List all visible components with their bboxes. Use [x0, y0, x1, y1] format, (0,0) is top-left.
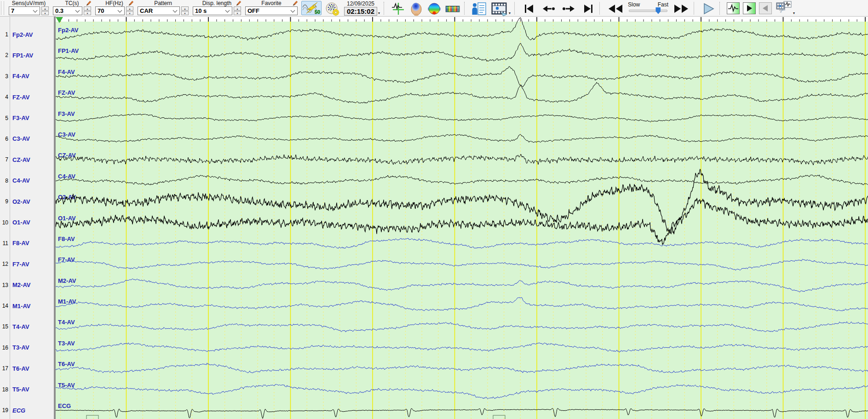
patient-info-button[interactable] — [471, 1, 487, 16]
notch-filter-button[interactable]: 50 — [301, 1, 322, 15]
tc-combo[interactable]: 0.3 — [53, 6, 82, 15]
eeg-trace — [56, 259, 868, 270]
channel-row[interactable]: 2FP1-AV — [0, 51, 54, 59]
pattern-combo[interactable]: CAR — [138, 6, 180, 15]
pattern-spin-down-button[interactable]: ▼ — [181, 11, 189, 15]
back-button[interactable] — [759, 2, 772, 14]
video-button[interactable] — [490, 1, 508, 16]
topo-map-button[interactable] — [427, 1, 442, 16]
chevron-down-icon — [173, 8, 178, 12]
speed-slider[interactable]: Slow Fast — [627, 1, 669, 15]
resume-review-button[interactable] — [743, 2, 756, 14]
channel-row[interactable]: 16T3-AV — [0, 344, 54, 352]
eeg-trace-area[interactable]: Fp2-AVFP1-AVF4-AVFZ-AVF3-AVC3-AVCZ-AVC4-… — [56, 17, 868, 419]
waveform-marker-button[interactable] — [391, 2, 406, 16]
monitor-mode-button[interactable] — [727, 2, 740, 14]
tc-spin-up-button[interactable]: ▲ — [84, 6, 91, 11]
edit-pencil-icon[interactable] — [86, 0, 92, 6]
favorite-value: OFF — [247, 7, 259, 14]
play-button[interactable] — [701, 2, 716, 15]
favorite-label: Favorite — [261, 0, 281, 6]
channel-row[interactable]: 1Fp2-AV — [0, 30, 54, 39]
channel-number: 11 — [0, 240, 8, 247]
clip-overflow-arrow-icon[interactable]: ▾ — [793, 11, 795, 15]
step-forward-button[interactable] — [560, 3, 577, 15]
tc-spin-down-button[interactable]: ▼ — [84, 11, 91, 15]
channel-number: 7 — [0, 156, 8, 163]
tc-label: TC(s) — [65, 0, 79, 6]
channel-number: 17 — [0, 365, 8, 372]
channel-row[interactable]: 5F3-AV — [0, 114, 54, 122]
edit-pencil-icon[interactable] — [293, 0, 298, 6]
disp-spin-down-button[interactable]: ▼ — [234, 11, 241, 15]
channel-row[interactable]: 4FZ-AV — [0, 93, 54, 101]
channel-row[interactable]: 19ECG — [0, 406, 54, 414]
montage-settings-button[interactable] — [325, 1, 340, 16]
play-icon — [701, 2, 716, 15]
go-to-start-button[interactable] — [522, 3, 537, 15]
sens-spinner: ▲ ▼ — [41, 6, 49, 15]
go-to-end-button[interactable] — [580, 3, 596, 15]
go-to-start-icon — [522, 3, 537, 15]
sens-spin-up-button[interactable]: ▲ — [41, 6, 49, 11]
hf-group: HF(Hz) 70 ▲ ▼ — [95, 0, 133, 15]
channel-row[interactable]: 9O2-AV — [0, 197, 54, 206]
eeg-trace — [56, 175, 868, 185]
small-play-icon — [744, 4, 755, 13]
monitor-waveform-icon — [728, 4, 739, 13]
step-back-button[interactable] — [540, 3, 557, 15]
datetime-overflow-arrow-icon[interactable]: ▾ — [378, 11, 380, 15]
dsa-spectrogram-icon — [445, 2, 460, 16]
hf-combo[interactable]: 70 — [95, 6, 125, 15]
channel-row[interactable]: 7CZ-AV — [0, 155, 54, 164]
video-clip-button[interactable]: ✂ — [776, 1, 792, 16]
hf-label: HF(Hz) — [105, 0, 123, 6]
head-3d-map-button[interactable] — [409, 1, 424, 16]
eeg-trace — [56, 17, 868, 40]
hf-value: 70 — [98, 7, 104, 14]
slider-track[interactable] — [629, 10, 667, 12]
channel-row[interactable]: 11F8-AV — [0, 239, 54, 247]
edit-pencil-icon[interactable] — [236, 0, 241, 6]
position-marker-icon[interactable] — [56, 17, 63, 23]
time-display[interactable]: 02:15:02 — [344, 7, 377, 16]
channel-row[interactable]: 18T5-AV — [0, 385, 54, 394]
channel-row[interactable]: 15T4-AV — [0, 322, 54, 331]
edit-pencil-icon[interactable] — [128, 0, 134, 6]
dsa-trend-button[interactable] — [445, 2, 460, 16]
channel-row[interactable]: 8C4-AV — [0, 177, 54, 185]
disp-length-label: Disp. length — [202, 0, 231, 6]
channel-row[interactable]: 14M1-AV — [0, 302, 54, 310]
channel-row[interactable]: 17T6-AV — [0, 364, 54, 373]
video-film-icon — [490, 1, 508, 16]
head-3d-topography-icon — [409, 1, 424, 16]
channel-row[interactable]: 13M2-AV — [0, 281, 54, 289]
channel-label: FZ-AV — [12, 94, 29, 101]
disp-spin-up-button[interactable]: ▲ — [234, 6, 241, 11]
channel-number: 6 — [0, 136, 8, 142]
channel-row[interactable]: 10O1-AV — [0, 218, 54, 227]
favorite-combo[interactable]: OFF — [245, 6, 298, 15]
fast-forward-button[interactable] — [673, 3, 690, 15]
eeg-trace — [56, 321, 868, 332]
hf-spin-down-button[interactable]: ▼ — [126, 11, 133, 15]
pattern-spin-up-button[interactable]: ▲ — [181, 6, 189, 11]
sens-spin-down-button[interactable]: ▼ — [41, 11, 49, 15]
video-overflow-arrow-icon[interactable]: ▾ — [509, 11, 511, 15]
patient-info-icon — [471, 1, 487, 16]
channel-row[interactable]: 3F4-AV — [0, 72, 54, 80]
slider-thumb[interactable] — [655, 7, 661, 14]
channel-number: 19 — [0, 407, 8, 413]
rewind-button[interactable] — [607, 3, 624, 15]
channel-label: F7-AV — [12, 261, 29, 268]
toolbar-grip[interactable] — [1, 1, 4, 15]
disp-length-value: 10 s — [195, 7, 207, 14]
notch-filter-icon: 50 — [302, 1, 321, 15]
svg-text:50: 50 — [315, 9, 320, 15]
channel-row[interactable]: 12F7-AV — [0, 260, 54, 268]
hf-spin-up-button[interactable]: ▲ — [126, 6, 133, 11]
channel-number: 16 — [0, 344, 8, 351]
sens-combo[interactable]: 7 — [9, 6, 40, 15]
disp-length-combo[interactable]: 10 s — [193, 6, 232, 15]
channel-row[interactable]: 6C3-AV — [0, 135, 54, 143]
